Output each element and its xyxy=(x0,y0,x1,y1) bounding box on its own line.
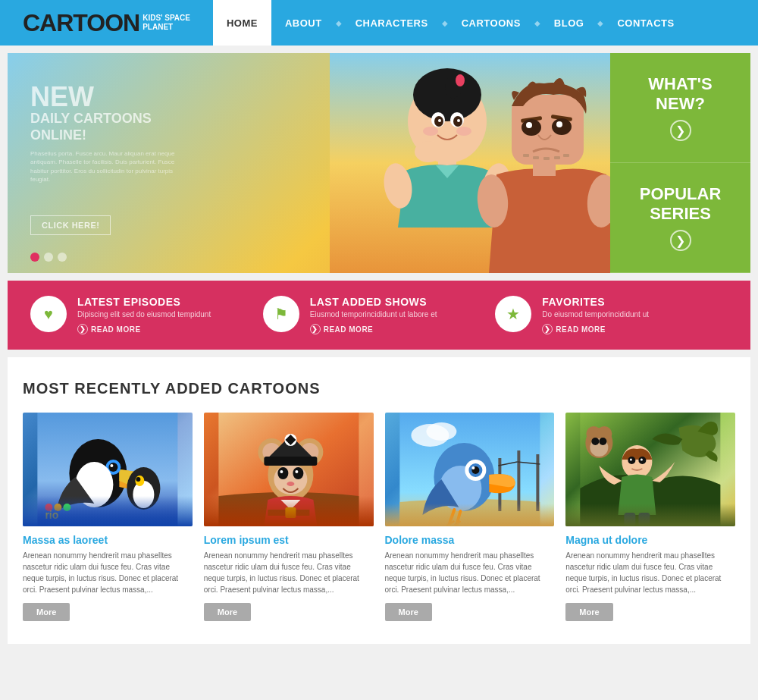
card-3-title[interactable]: Dolore massa xyxy=(385,534,555,546)
nav-about[interactable]: ABOUT xyxy=(271,0,336,46)
hero-section: NEW DAILY CARTOONSONLINE! Phasellus port… xyxy=(8,53,750,273)
cards-grid: rio Massa as laoreet Arenean nonummy hen… xyxy=(23,413,735,621)
svg-point-23 xyxy=(526,122,532,128)
card-1-title[interactable]: Massa as laoreet xyxy=(23,534,193,546)
hero-dot-2[interactable] xyxy=(44,253,53,262)
svg-rect-26 xyxy=(533,156,539,159)
latest-episodes-content: LATEST EPISODES Dipiscing elit sed do ei… xyxy=(77,296,211,334)
whats-new-title: WHAT'SNEW? xyxy=(648,74,712,115)
nav-divider-2: ◆ xyxy=(442,0,448,46)
card-1-desc: Arenean nonummy hendrerit mau phaselltes… xyxy=(23,550,193,595)
svg-rect-64 xyxy=(517,450,520,511)
logo-subtitle: KIDS' SPACE PLANET xyxy=(143,14,190,32)
whats-new-button[interactable]: WHAT'SNEW? ❯ xyxy=(610,53,750,163)
read-more-circle-1: ❯ xyxy=(77,324,88,334)
nav-contacts[interactable]: CONTACTS xyxy=(603,0,688,46)
nav-cartoons[interactable]: CARTOONS xyxy=(448,0,534,46)
popular-series-arrow: ❯ xyxy=(670,230,691,251)
card-4-title[interactable]: Magna ut dolore xyxy=(565,534,735,546)
svg-point-82 xyxy=(630,459,632,461)
hero-dots xyxy=(30,253,67,262)
logo-kids-text: KIDS' SPACE xyxy=(143,14,190,23)
card-2-art xyxy=(204,413,374,526)
card-3: Dolore massa Arenean nonummy hendrerit m… xyxy=(385,413,555,621)
hero-main-banner: NEW DAILY CARTOONSONLINE! Phasellus port… xyxy=(8,53,610,273)
nav-divider-1: ◆ xyxy=(336,0,342,46)
svg-point-11 xyxy=(423,127,438,136)
site-header: CARTOON KIDS' SPACE PLANET HOME ABOUT ◆ … xyxy=(0,0,758,46)
hero-dot-3[interactable] xyxy=(58,253,67,262)
favorites-desc: Do eiusmod temporincididunt ut xyxy=(542,309,649,320)
whats-new-arrow: ❯ xyxy=(670,120,691,141)
hero-text-overlay: NEW DAILY CARTOONSONLINE! Phasellus port… xyxy=(30,83,182,184)
logo-main-text: CARTOON xyxy=(23,9,139,37)
svg-rect-60 xyxy=(268,510,309,516)
last-added-desc: Eiusmod temporincididunt ut labore et xyxy=(310,309,437,320)
hero-description: Phasellus porta. Fusce arcu. Maur aliqua… xyxy=(30,149,182,184)
svg-rect-28 xyxy=(554,156,560,159)
hero-characters xyxy=(330,53,610,273)
svg-point-43 xyxy=(45,504,52,511)
nav-home[interactable]: HOME xyxy=(213,0,271,46)
hero-click-button[interactable]: CLICK HERE! xyxy=(30,215,111,235)
svg-point-44 xyxy=(54,504,61,511)
svg-rect-25 xyxy=(523,154,529,157)
svg-point-57 xyxy=(287,482,294,486)
popular-series-button[interactable]: POPULARSERIES ❯ xyxy=(610,163,750,273)
feature-latest-episodes: ♥ LATEST EPISODES Dipiscing elit sed do … xyxy=(30,296,263,334)
last-added-read-more[interactable]: ❯ READ MORE xyxy=(310,324,437,334)
main-content: MOST RECENTLY ADDED CARTOONS xyxy=(8,357,750,644)
svg-rect-65 xyxy=(536,454,539,511)
svg-point-37 xyxy=(75,462,113,507)
svg-point-83 xyxy=(641,459,643,461)
hero-sidebar: WHAT'SNEW? ❯ POPULARSERIES ❯ xyxy=(610,53,750,273)
read-more-circle-3: ❯ xyxy=(542,324,553,334)
section-title: MOST RECENTLY ADDED CARTOONS xyxy=(23,380,735,397)
svg-point-24 xyxy=(556,121,562,127)
hero-new-label: NEW xyxy=(30,83,182,111)
svg-point-69 xyxy=(426,422,456,441)
card-2-desc: Arenean nonummy hendrerit mau phaselltes… xyxy=(204,550,374,595)
svg-point-45 xyxy=(63,504,70,511)
svg-rect-79 xyxy=(639,513,650,526)
svg-rect-27 xyxy=(543,157,550,160)
svg-rect-78 xyxy=(625,513,636,526)
svg-rect-58 xyxy=(264,457,317,466)
card-1: rio Massa as laoreet Arenean nonummy hen… xyxy=(23,413,193,621)
svg-text:rio: rio xyxy=(45,509,58,521)
card-2-thumbnail xyxy=(204,413,374,526)
latest-episodes-desc: Dipiscing elit sed do eiusmod tempidunt xyxy=(77,309,211,320)
svg-point-75 xyxy=(471,466,475,469)
hero-dot-1[interactable] xyxy=(30,253,39,262)
nav-divider-3: ◆ xyxy=(534,0,540,46)
card-2-title[interactable]: Lorem ipsum est xyxy=(204,534,374,546)
card-2: Lorem ipsum est Arenean nonummy hendreri… xyxy=(204,413,374,621)
svg-point-52 xyxy=(274,464,307,494)
svg-point-10 xyxy=(457,119,460,122)
card-1-art: rio xyxy=(23,413,193,526)
nav-characters[interactable]: CHARACTERS xyxy=(342,0,442,46)
svg-point-35 xyxy=(108,463,117,472)
svg-point-41 xyxy=(136,477,140,482)
card-1-thumbnail: rio xyxy=(23,413,193,526)
svg-point-89 xyxy=(600,438,607,445)
card-3-desc: Arenean nonummy hendrerit mau phaselltes… xyxy=(385,550,555,595)
card-2-more-button[interactable]: More xyxy=(204,603,251,621)
svg-point-55 xyxy=(280,470,283,473)
card-3-thumbnail xyxy=(385,413,555,526)
svg-point-36 xyxy=(110,464,113,467)
card-4-more-button[interactable]: More xyxy=(565,603,612,621)
last-added-content: LAST ADDED SHOWS Eiusmod temporincididun… xyxy=(310,296,437,334)
characters-svg xyxy=(330,53,610,273)
card-4-desc: Arenean nonummy hendrerit mau phaselltes… xyxy=(565,550,735,595)
nav-blog[interactable]: BLOG xyxy=(540,0,598,46)
latest-episodes-read-more[interactable]: ❯ READ MORE xyxy=(77,324,211,334)
latest-episodes-icon: ♥ xyxy=(30,296,67,332)
svg-point-21 xyxy=(522,119,541,136)
favorites-read-more[interactable]: ❯ READ MORE xyxy=(542,324,649,334)
logo: CARTOON KIDS' SPACE PLANET xyxy=(0,0,213,46)
card-3-more-button[interactable]: More xyxy=(385,603,432,621)
card-1-more-button[interactable]: More xyxy=(23,603,70,621)
card-4: Magna ut dolore Arenean nonummy hendreri… xyxy=(565,413,735,621)
feature-favorites: ★ FAVORITES Do eiusmod temporincididunt … xyxy=(495,296,728,334)
